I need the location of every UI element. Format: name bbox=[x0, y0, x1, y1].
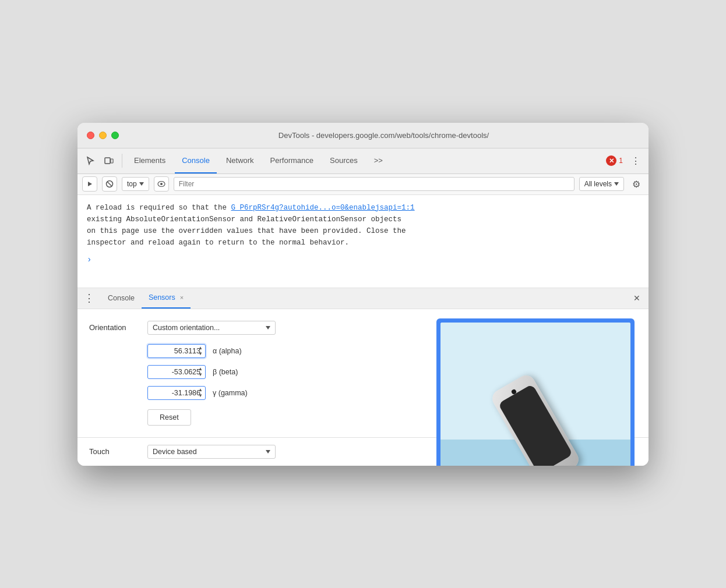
panel-close-button[interactable]: ✕ bbox=[630, 291, 644, 305]
gamma-stepper-down[interactable]: ▼ bbox=[196, 393, 205, 399]
svg-point-7 bbox=[160, 183, 163, 185]
devtools-toolbar: Elements Console Network Performance Sou… bbox=[77, 148, 649, 174]
touch-dropdown[interactable]: Device based bbox=[147, 445, 276, 459]
alpha-label: α (alpha) bbox=[213, 347, 242, 355]
svg-marker-10 bbox=[266, 450, 270, 454]
alpha-stepper-down[interactable]: ▼ bbox=[196, 351, 205, 357]
console-output: A reload is required so that the G_P6rpR… bbox=[77, 195, 649, 288]
tab-network[interactable]: Network bbox=[219, 148, 261, 173]
beta-stepper: ▲ ▼ bbox=[196, 366, 205, 378]
panel-tab-close-sensors[interactable]: × bbox=[180, 294, 184, 301]
console-line-4: inspector and reload again to return to … bbox=[87, 237, 639, 249]
filter-bar: top All levels ⚙ bbox=[77, 174, 649, 195]
orientation-dropdown[interactable]: Custom orientation... bbox=[147, 321, 276, 335]
minimize-button[interactable] bbox=[99, 132, 107, 139]
device-viz-inner bbox=[440, 323, 630, 466]
tab-elements[interactable]: Elements bbox=[127, 148, 172, 173]
error-icon: ✕ bbox=[606, 155, 616, 166]
beta-input-wrap: ▲ ▼ bbox=[147, 365, 206, 379]
beta-stepper-down[interactable]: ▼ bbox=[196, 372, 205, 378]
devtools-window: DevTools - developers.google.com/web/too… bbox=[77, 123, 649, 466]
console-line-3: on this page use the overridden values t… bbox=[87, 225, 639, 237]
window-title: DevTools - developers.google.com/web/too… bbox=[128, 131, 639, 140]
block-icon[interactable] bbox=[102, 176, 117, 192]
console-link[interactable]: G_P6rpRSr4g?autohide...o=0&enablejsapi=1… bbox=[231, 204, 415, 212]
svg-marker-8 bbox=[614, 182, 619, 186]
gamma-input-wrap: ▲ ▼ bbox=[147, 386, 206, 400]
device-toggle-icon[interactable] bbox=[101, 153, 117, 169]
svg-rect-0 bbox=[105, 158, 110, 164]
cursor-icon[interactable] bbox=[82, 153, 98, 169]
panel-tab-console[interactable]: Console bbox=[101, 288, 142, 309]
levels-select[interactable]: All levels bbox=[579, 177, 624, 191]
alpha-stepper-up[interactable]: ▲ bbox=[196, 345, 205, 351]
reset-button[interactable]: Reset bbox=[147, 409, 191, 426]
touch-label: Touch bbox=[89, 447, 147, 456]
more-options-icon[interactable]: ⋮ bbox=[628, 153, 644, 169]
console-prompt[interactable]: › bbox=[87, 253, 639, 266]
svg-line-4 bbox=[107, 182, 112, 186]
filter-input[interactable] bbox=[174, 177, 575, 191]
toolbar-divider-1 bbox=[122, 154, 122, 168]
tab-console[interactable]: Console bbox=[175, 148, 217, 173]
error-badge[interactable]: ✕ 1 bbox=[606, 155, 623, 166]
device-visualization bbox=[436, 318, 635, 466]
alpha-stepper: ▲ ▼ bbox=[196, 345, 205, 357]
panel-tabs: ⋮ Console Sensors × ✕ bbox=[77, 288, 649, 309]
console-line-2: existing AbsoluteOrientationSensor and R… bbox=[87, 214, 639, 225]
svg-marker-2 bbox=[88, 182, 92, 186]
svg-marker-9 bbox=[266, 326, 270, 330]
beta-label: β (beta) bbox=[213, 368, 238, 376]
settings-icon[interactable]: ⚙ bbox=[629, 176, 644, 192]
gamma-stepper-up[interactable]: ▲ bbox=[196, 387, 205, 393]
traffic-lights bbox=[87, 132, 119, 139]
execute-icon[interactable] bbox=[82, 176, 97, 192]
tab-performance[interactable]: Performance bbox=[263, 148, 320, 173]
maximize-button[interactable] bbox=[111, 132, 119, 139]
toolbar-right: ✕ 1 ⋮ bbox=[606, 153, 644, 169]
gamma-stepper: ▲ ▼ bbox=[196, 387, 205, 399]
tab-sources[interactable]: Sources bbox=[323, 148, 365, 173]
sensors-panel: Orientation Custom orientation... ▲ ▼ bbox=[77, 309, 649, 437]
eye-icon[interactable] bbox=[154, 176, 169, 192]
context-select[interactable]: top bbox=[122, 177, 149, 191]
gamma-label: γ (gamma) bbox=[213, 389, 248, 397]
console-message: A reload is required so that the G_P6rpR… bbox=[87, 202, 639, 214]
titlebar: DevTools - developers.google.com/web/too… bbox=[77, 123, 649, 148]
svg-marker-5 bbox=[139, 182, 144, 186]
alpha-input-wrap: ▲ ▼ bbox=[147, 344, 206, 358]
close-button[interactable] bbox=[87, 132, 94, 139]
svg-rect-1 bbox=[111, 159, 113, 163]
panel-tab-sensors[interactable]: Sensors × bbox=[142, 288, 191, 309]
panel-menu-icon[interactable]: ⋮ bbox=[82, 291, 96, 305]
orientation-label: Orientation bbox=[89, 323, 147, 332]
beta-stepper-up[interactable]: ▲ bbox=[196, 366, 205, 372]
tab-more[interactable]: >> bbox=[367, 148, 390, 173]
